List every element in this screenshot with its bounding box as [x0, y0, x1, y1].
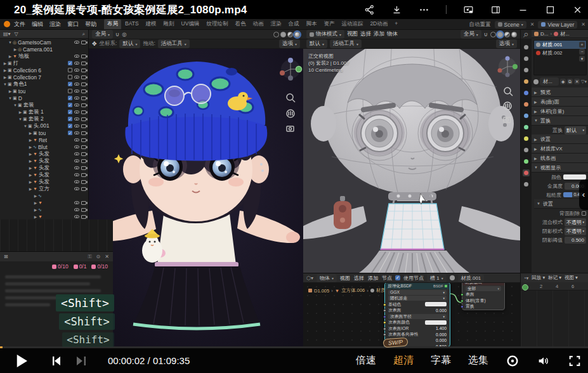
property-section-5[interactable]: ▶材质库VX [532, 144, 588, 154]
render-camera-icon[interactable] [81, 166, 86, 170]
workspace-tab-4[interactable]: UV编辑 [178, 19, 203, 29]
expand-icon[interactable]: ▼ [23, 124, 28, 128]
visibility-eye-icon[interactable] [74, 152, 79, 155]
properties-tab-tool[interactable] [523, 44, 530, 51]
workspace-tab-11[interactable]: 资产 [320, 19, 337, 29]
expand-icon[interactable]: ▶ [3, 68, 8, 72]
properties-tab-scene[interactable] [523, 78, 530, 85]
proportional-edit-icon[interactable]: ◎ [122, 31, 126, 37]
node-menu-1[interactable]: 选择 [354, 275, 364, 282]
more-icon[interactable] [419, 4, 429, 15]
menu-object[interactable]: 物体 [387, 30, 398, 38]
minimize-icon[interactable] [518, 4, 528, 15]
render-camera-icon[interactable] [81, 180, 86, 184]
fullscreen-icon[interactable] [568, 354, 582, 368]
scene-unlink-icon[interactable]: ✕ [530, 22, 535, 27]
outliner-row[interactable]: ▶∿ [0, 192, 88, 199]
miniplayer-icon[interactable] [463, 4, 474, 15]
dropdown-field[interactable]: 默认▾ [565, 126, 586, 134]
bsdf-row-5[interactable]: 次表面颜色 [385, 320, 450, 326]
visibility-eye-icon[interactable] [74, 41, 79, 44]
menu-view[interactable]: 视图 [347, 30, 358, 38]
include-checkbox[interactable] [68, 110, 72, 114]
render-camera-icon[interactable] [81, 215, 86, 219]
use-nodes-checkbox[interactable]: ✓ [395, 275, 400, 280]
expand-icon[interactable]: ▶ [28, 131, 33, 135]
outliner-filter-icon[interactable]: ▽ [15, 31, 18, 37]
timeline-menu-1[interactable]: 标记 ▾ [548, 275, 561, 281]
expand-icon[interactable]: ▶ [28, 166, 33, 170]
filter-icon[interactable]: ▽▾ [581, 79, 587, 84]
workspace-tab-2[interactable]: 建模 [143, 19, 160, 29]
workspace-tab-10[interactable]: 脚本 [303, 19, 320, 29]
node-menu-0[interactable]: 视图 [340, 275, 350, 282]
options-dropdown[interactable]: 选项▾ [496, 39, 517, 48]
expand-icon[interactable]: ▶ [18, 110, 23, 114]
visibility-eye-icon[interactable] [74, 103, 79, 107]
expand-icon[interactable]: ▶ [28, 145, 33, 149]
view-layer-unlink-icon[interactable]: ✕ [581, 22, 585, 27]
download-icon[interactable] [391, 4, 402, 15]
editor-type-icon[interactable]: ◔▾ [523, 275, 528, 281]
lock-icon[interactable]: ⚿ [88, 254, 92, 260]
property-section-0[interactable]: ▶预览 [532, 88, 588, 97]
add-slot-button[interactable]: + [579, 42, 585, 48]
shading-wireframe-icon[interactable] [490, 32, 496, 37]
menu-add[interactable]: 添加 [374, 30, 384, 38]
shading-rendered-icon[interactable] [294, 32, 300, 37]
remove-slot-button[interactable]: − [579, 49, 585, 55]
node-menu-2[interactable]: 添加 [368, 275, 378, 282]
visibility-eye-icon[interactable] [74, 110, 79, 114]
visibility-eye-icon[interactable] [74, 173, 79, 176]
properties-tab-texture[interactable] [523, 181, 530, 188]
outliner-row[interactable]: ▶▣打 [0, 60, 88, 67]
render-camera-icon[interactable] [81, 159, 86, 163]
editor-type-icon[interactable]: ▤▾ [3, 31, 11, 37]
panel-close-icon[interactable]: ✕ [105, 254, 109, 260]
outliner-row[interactable]: ▶▣Collection 6 [0, 67, 88, 74]
visibility-eye-icon[interactable] [74, 180, 79, 183]
bsdf-row-3[interactable]: 次表面0.000 [385, 308, 450, 314]
outliner-row[interactable]: ▶▼头发 [0, 150, 88, 157]
outliner-row[interactable]: ▶▣套装 1 [0, 108, 88, 115]
visibility-eye-icon[interactable] [74, 215, 79, 218]
outliner-row[interactable]: ▶▣Collection 7 [0, 74, 88, 81]
expand-icon[interactable]: ▶ [28, 186, 33, 191]
blender-menu-1[interactable]: 编辑 [32, 20, 43, 29]
render-camera-icon[interactable] [81, 69, 86, 72]
visibility-eye-icon[interactable] [74, 201, 79, 204]
visibility-eye-icon[interactable] [74, 138, 79, 141]
color-swatch[interactable] [425, 302, 447, 306]
render-camera-icon[interactable] [81, 41, 86, 44]
outliner-row[interactable]: ▼▣套装 2 [0, 115, 88, 122]
previous-button[interactable] [48, 353, 63, 369]
visibility-eye-icon[interactable] [74, 145, 79, 148]
expand-icon[interactable]: ▶ [28, 138, 33, 142]
player-menu-0[interactable]: 倍速 [356, 354, 376, 367]
render-camera-icon[interactable] [81, 201, 86, 205]
bsdf-row-2[interactable]: 基础色 [385, 301, 450, 308]
include-checkbox[interactable] [68, 103, 72, 107]
shading-material-icon[interactable] [287, 32, 293, 37]
workspace-tab-12[interactable]: 运动追踪 [338, 19, 366, 29]
material-output-node[interactable]: 材质输出 全部▾ 表面体积(音量)置换 [462, 278, 505, 310]
blender-menu-2[interactable]: 渲染 [49, 20, 61, 29]
include-checkbox[interactable] [68, 61, 72, 65]
property-section-2[interactable]: ▶体积(音量) [532, 107, 588, 116]
properties-tab-render[interactable] [523, 55, 530, 62]
snap-magnet-icon[interactable]: ∪ [115, 31, 119, 37]
properties-tab-material[interactable] [523, 169, 530, 176]
workspace-tab-13[interactable]: 2D动画 [367, 19, 391, 29]
expand-icon[interactable]: ▼ [8, 41, 13, 44]
outliner-row[interactable]: ▶∿Blut [0, 143, 88, 150]
visibility-eye-icon[interactable] [74, 89, 79, 93]
material-datablock[interactable]: 材质.001 [458, 274, 485, 282]
expand-icon[interactable]: ▶ [13, 47, 18, 51]
shading-solid-icon[interactable] [497, 32, 503, 37]
outliner-row[interactable]: ▶▣tou [0, 88, 88, 95]
maximize-icon[interactable] [545, 4, 556, 15]
properties-tab-particles[interactable] [523, 124, 530, 131]
render-camera-icon[interactable] [81, 62, 86, 65]
visibility-eye-icon[interactable] [74, 55, 79, 58]
shading-rendered-icon[interactable] [511, 32, 517, 37]
